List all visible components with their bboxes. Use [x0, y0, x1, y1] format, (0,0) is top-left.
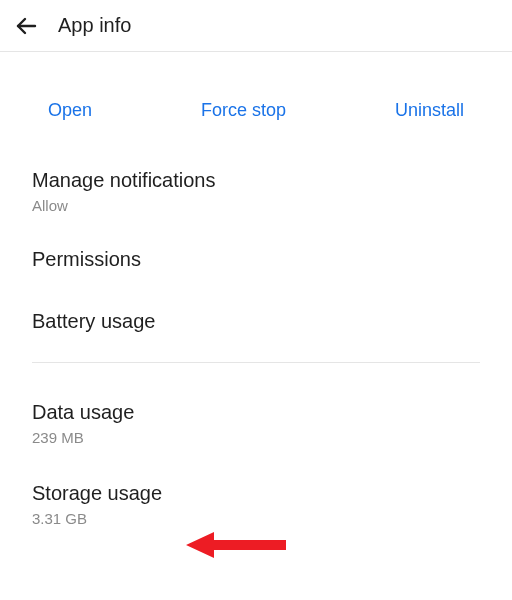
item-title: Permissions: [32, 246, 480, 272]
item-manage-notifications[interactable]: Manage notifications Allow: [32, 153, 480, 228]
page-title: App info: [58, 14, 131, 37]
back-arrow-icon[interactable]: [12, 12, 40, 40]
item-title: Manage notifications: [32, 167, 480, 193]
item-title: Storage usage: [32, 480, 480, 506]
item-subtitle: 239 MB: [32, 429, 480, 446]
item-subtitle: 3.31 GB: [32, 510, 480, 527]
action-row: Open Force stop Uninstall: [0, 52, 512, 153]
item-title: Data usage: [32, 399, 480, 425]
item-title: Battery usage: [32, 308, 480, 334]
settings-list: Manage notifications Allow Permissions B…: [0, 153, 512, 541]
item-subtitle: Allow: [32, 197, 480, 214]
item-permissions[interactable]: Permissions: [32, 228, 480, 290]
force-stop-button[interactable]: Force stop: [193, 96, 294, 125]
item-data-usage[interactable]: Data usage 239 MB: [32, 385, 480, 460]
uninstall-button[interactable]: Uninstall: [387, 96, 472, 125]
item-battery-usage[interactable]: Battery usage: [32, 290, 480, 352]
open-button[interactable]: Open: [40, 96, 100, 125]
item-storage-usage[interactable]: Storage usage 3.31 GB: [32, 460, 480, 541]
divider: [32, 362, 480, 363]
top-bar: App info: [0, 0, 512, 52]
